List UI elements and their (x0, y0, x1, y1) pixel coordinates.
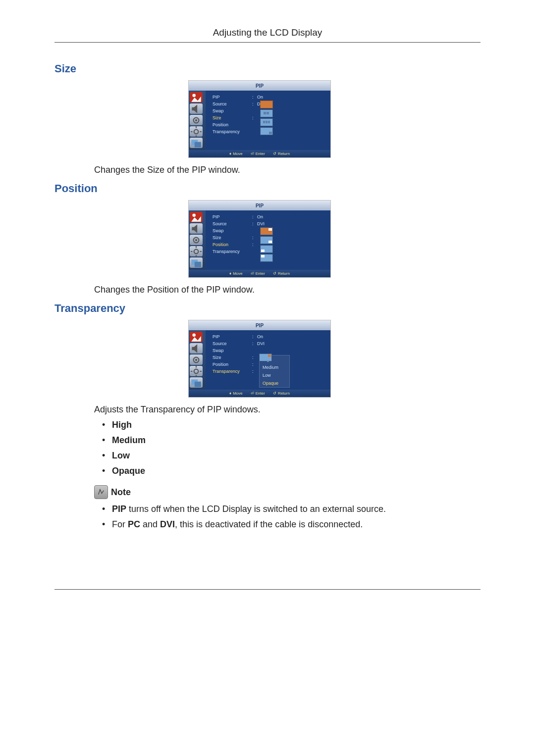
osd-icon-picture (190, 92, 203, 102)
note1-bold: PIP (112, 504, 126, 514)
osd-icon-settings (190, 366, 203, 376)
osd-icon-picture (190, 212, 203, 222)
osd-sidebar (189, 330, 206, 390)
osd-value-source: DVI (257, 220, 265, 227)
osd-label-swap: Swap (213, 227, 252, 234)
svg-point-3 (194, 129, 199, 134)
osd-label-transparency: Transparency (213, 128, 252, 135)
pos-option-tr (260, 227, 273, 235)
osd-hint-move: ♦Move (229, 271, 243, 276)
svg-point-14 (195, 358, 197, 360)
osd-icon-sound (190, 343, 203, 353)
svg-rect-11 (195, 261, 201, 267)
pos-option-bl (260, 245, 273, 253)
heading-transparency: Transparency (54, 302, 481, 315)
osd-menu-labels: PIP Source Swap Size Position Transparen… (213, 94, 252, 149)
osd-value-source: DVI (257, 340, 265, 347)
svg-rect-17 (195, 381, 201, 387)
svg-point-9 (194, 249, 199, 253)
svg-rect-5 (195, 142, 201, 147)
pos-option-tl (260, 254, 273, 262)
osd-hint-return: ↺Return (273, 271, 290, 276)
svg-point-0 (192, 94, 196, 97)
desc-transparency: Adjusts the Transparency of PIP windows. (94, 404, 481, 415)
desc-position: Changes the Position of the PIP window. (94, 285, 481, 295)
osd-menu-labels: PIP Source Swap Size Position Transparen… (213, 333, 252, 389)
trans-opt-opaque: Opaque (260, 379, 289, 387)
osd-label-transparency: Transparency (213, 248, 252, 255)
note2-pre: For (112, 519, 128, 529)
osd-icon-setup (190, 235, 203, 245)
osd-hint-enter: ⏎Enter (251, 391, 265, 396)
osd-hint-return: ↺Return (273, 391, 290, 396)
svg-point-15 (194, 369, 199, 373)
note2-b1: PC (128, 519, 140, 529)
osd-label-swap: Swap (213, 107, 252, 114)
desc-size: Changes the Size of the PIP window. (94, 165, 481, 175)
osd-icon-setup (190, 354, 203, 365)
note2-post: , this is deactivated if the cable is di… (175, 519, 363, 529)
osd-label-source: Source (213, 220, 252, 227)
osd-icon-multi (190, 377, 203, 388)
trans-opt-medium: Medium (260, 363, 289, 371)
osd-hint-enter: ⏎Enter (251, 151, 265, 156)
opt-opaque: Opaque (112, 466, 145, 476)
osd-value-pip: On (257, 94, 263, 101)
osd-label-pip: PIP (213, 94, 252, 101)
osd-label-source: Source (213, 101, 252, 107)
size-option-3 (260, 118, 273, 126)
osd-hint-move: ♦Move (229, 391, 243, 396)
note-icon (94, 485, 108, 499)
osd-hint-return: ↺Return (273, 151, 290, 156)
osd-sidebar (189, 91, 206, 150)
osd-sidebar (189, 210, 206, 270)
opt-low: Low (112, 451, 130, 460)
svg-point-8 (195, 239, 197, 241)
size-option-2 (260, 109, 273, 117)
osd-screenshot-position: PIP PIP Source Swap Size Position Transp… (188, 200, 331, 278)
size-option-1 (260, 101, 273, 108)
trans-opt-low: Low (260, 371, 289, 379)
osd-position-thumbnails (260, 227, 273, 262)
note-label: Note (111, 487, 131, 498)
opt-high: High (112, 420, 132, 430)
osd-label-pip: PIP (213, 333, 252, 340)
osd-screenshot-size: PIP PIP Source Swap Size Position Transp… (188, 80, 331, 158)
osd-icon-multi (190, 138, 203, 148)
osd-title: PIP (189, 81, 330, 91)
note1-text: turns off when the LCD Display is switch… (126, 504, 386, 514)
osd-label-source: Source (213, 340, 252, 347)
osd-icon-sound (190, 223, 203, 234)
osd-value-pip: On (257, 333, 263, 340)
osd-icon-settings (190, 126, 203, 137)
transparency-option-list: High Medium Low Opaque (102, 420, 481, 476)
size-option-4 (260, 127, 273, 135)
osd-size-thumbnails (260, 101, 273, 135)
pos-option-br (260, 236, 273, 244)
svg-point-12 (192, 333, 196, 337)
osd-screenshot-transparency: PIP PIP Source Swap Size Position Transp… (188, 320, 331, 398)
footer-divider (54, 589, 481, 590)
trans-preview (259, 353, 272, 361)
note-item-1: PIP turns off when the LCD Display is sw… (102, 504, 481, 514)
osd-icon-multi (190, 257, 203, 268)
osd-hint-move: ♦Move (229, 151, 243, 156)
note2-mid: and (140, 519, 160, 529)
osd-label-pip: PIP (213, 213, 252, 220)
note-item-2: For PC and DVI, this is deactivated if t… (102, 519, 481, 530)
osd-label-swap: Swap (213, 347, 252, 354)
osd-icon-settings (190, 246, 203, 256)
svg-point-2 (195, 119, 197, 121)
osd-label-size: Size (213, 354, 252, 361)
opt-medium: Medium (112, 435, 146, 445)
osd-title: PIP (189, 320, 330, 330)
heading-size: Size (54, 62, 481, 75)
osd-label-size: Size (213, 114, 252, 121)
osd-label-size: Size (213, 234, 252, 241)
note-list: PIP turns off when the LCD Display is sw… (102, 504, 481, 530)
osd-title: PIP (189, 201, 330, 210)
osd-icon-picture (190, 332, 203, 342)
osd-label-transparency: Transparency (213, 368, 252, 375)
page-header-title: Adjusting the LCD Display (54, 27, 481, 38)
osd-label-position: Position (213, 361, 252, 368)
